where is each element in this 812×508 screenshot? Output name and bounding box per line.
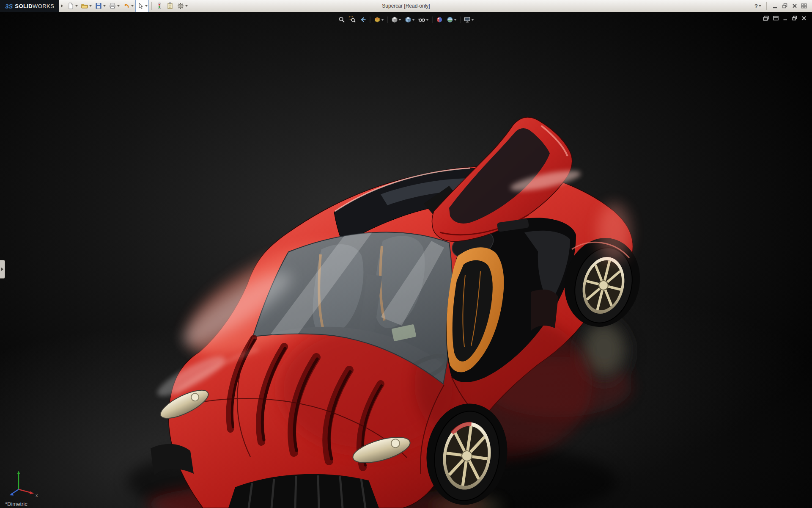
view-orientation-icon <box>391 16 398 23</box>
previous-view-button[interactable] <box>358 14 368 25</box>
view-settings-button[interactable] <box>463 14 475 25</box>
save-button[interactable] <box>93 0 107 12</box>
rebuild-icon <box>156 2 163 10</box>
new-document-icon <box>67 2 74 10</box>
save-icon <box>95 2 102 10</box>
resources-button[interactable] <box>801 2 808 10</box>
close-button[interactable] <box>791 2 798 10</box>
zoom-to-area-button[interactable] <box>348 14 357 25</box>
dropdown-caret[interactable] <box>381 19 384 21</box>
brand-text: SOLIDWORKS <box>15 3 54 9</box>
3d-viewport[interactable] <box>0 12 812 508</box>
restore-button[interactable] <box>782 2 788 10</box>
new-window-icon <box>773 15 779 21</box>
main-toolbar <box>66 0 189 12</box>
dropdown-caret[interactable] <box>412 19 415 21</box>
zoom-to-fit-icon <box>338 16 346 23</box>
help-button[interactable]: ? <box>754 2 761 10</box>
dropdown-caret[interactable] <box>426 19 429 21</box>
toolbar-separator <box>151 2 152 10</box>
dropdown-caret[interactable] <box>131 5 134 7</box>
graphics-area[interactable]: x *Dimetric <box>0 12 812 508</box>
toolbar-separator <box>387 17 388 23</box>
toolbar-separator <box>460 17 461 23</box>
doc-minimize-icon <box>782 15 788 21</box>
orientation-triad: x <box>5 467 41 499</box>
brand-light: WORKS <box>33 3 54 9</box>
zoom-to-area-icon <box>349 16 356 23</box>
select-button[interactable] <box>135 0 149 12</box>
view-settings-icon <box>464 16 471 23</box>
section-view-button[interactable] <box>373 14 385 25</box>
3ds-logo-icon: 3S <box>5 3 13 10</box>
cascade-windows-icon <box>763 15 769 21</box>
minimize-icon <box>772 3 778 9</box>
open-button[interactable] <box>80 0 93 12</box>
dropdown-caret[interactable] <box>454 19 457 21</box>
hide-show-items-button[interactable] <box>417 14 430 25</box>
options-gear-icon <box>177 2 184 10</box>
dropdown-caret[interactable] <box>185 5 188 7</box>
document-window-controls <box>763 15 807 22</box>
window-controls: ? <box>754 2 812 10</box>
undo-button[interactable] <box>121 0 135 12</box>
doc-minimize-button[interactable] <box>782 15 788 22</box>
edit-appearance-button[interactable] <box>435 14 444 25</box>
section-view-icon <box>374 16 381 23</box>
options-button[interactable] <box>176 0 189 12</box>
select-cursor-icon <box>137 2 144 10</box>
dropdown-caret[interactable] <box>117 5 120 7</box>
view-orientation-button[interactable] <box>390 14 403 25</box>
open-icon <box>81 2 88 10</box>
toolbar-separator <box>370 17 370 23</box>
dropdown-caret[interactable] <box>399 19 401 21</box>
dropdown-caret[interactable] <box>89 5 92 7</box>
zoom-to-fit-button[interactable] <box>337 14 347 25</box>
file-properties-button[interactable] <box>165 0 175 12</box>
menu-flyout-arrow[interactable] <box>61 4 63 8</box>
solidworks-logo: 3S SOLIDWORKS <box>0 0 59 12</box>
edit-appearance-icon <box>436 16 443 23</box>
hide-show-items-icon <box>418 16 426 23</box>
dropdown-caret[interactable] <box>759 5 761 7</box>
display-style-icon <box>405 16 412 23</box>
file-properties-icon <box>166 2 174 10</box>
previous-view-icon <box>359 16 367 23</box>
print-button[interactable] <box>107 0 121 12</box>
dropdown-caret[interactable] <box>75 5 78 7</box>
toolbar-separator <box>766 2 767 10</box>
doc-restore-icon <box>792 15 798 21</box>
toolbar-separator <box>432 17 433 23</box>
view-orientation-label: *Dimetric <box>5 501 27 507</box>
doc-new-window-button[interactable] <box>773 15 779 22</box>
minimize-button[interactable] <box>772 2 779 10</box>
doc-close-button[interactable] <box>801 15 807 22</box>
brand-bold: SOLID <box>15 3 33 9</box>
restore-icon <box>782 3 788 9</box>
rebuild-button[interactable] <box>154 0 165 12</box>
dropdown-caret[interactable] <box>145 5 148 7</box>
doc-restore-button[interactable] <box>792 15 798 22</box>
print-icon <box>109 2 116 10</box>
flyout-arrow-icon <box>1 268 3 271</box>
titlebar: 3S SOLIDWORKS <box>0 0 812 12</box>
dropdown-caret[interactable] <box>472 19 474 21</box>
undo-icon <box>123 2 130 10</box>
close-icon <box>792 3 798 9</box>
triad-x-label: x <box>36 493 38 498</box>
headsup-view-toolbar <box>337 14 475 25</box>
new-document-button[interactable] <box>66 0 79 12</box>
doc-close-icon <box>801 15 807 21</box>
dropdown-caret[interactable] <box>103 5 106 7</box>
apply-scene-button[interactable] <box>445 14 458 25</box>
apply-scene-icon <box>447 16 454 23</box>
featuremanager-flyout-tab[interactable] <box>0 260 5 279</box>
help-label: ? <box>754 3 758 9</box>
resources-grid-icon <box>801 3 808 9</box>
display-style-button[interactable] <box>403 14 416 25</box>
doc-cascade-button[interactable] <box>763 15 769 22</box>
